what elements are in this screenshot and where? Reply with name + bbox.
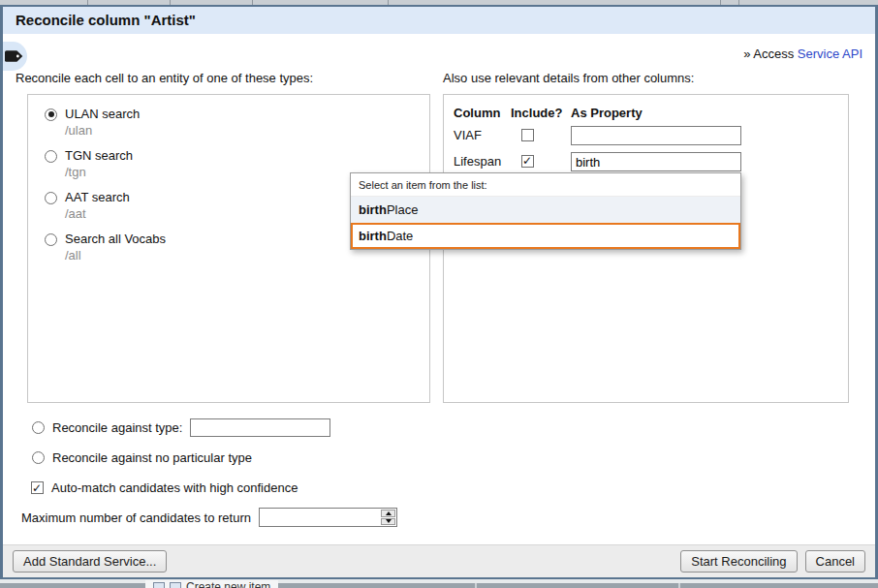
lifespan-include-checkbox[interactable] (521, 155, 534, 168)
service-path: /ulan (65, 123, 429, 139)
reconcile-dialog: Reconcile column "Artist" » Access Servi… (0, 5, 878, 579)
spinner-up-button[interactable] (381, 510, 395, 517)
auto-match-row: Auto-match candidates with high confiden… (31, 480, 298, 496)
suggest-item-bold: birth (359, 229, 387, 243)
against-type-label: Reconcile against type: (52, 419, 182, 436)
cancel-button[interactable]: Cancel (805, 550, 865, 573)
spinner-down-button[interactable] (381, 518, 395, 526)
suggest-item-birthdate[interactable]: birthDate (351, 223, 740, 249)
no-particular-type-row: Reconcile against no particular type (32, 449, 252, 466)
up-arrow-icon (386, 511, 392, 515)
reconcile-against-type-row: Reconcile against type: (32, 418, 330, 437)
radio-tgn[interactable] (45, 150, 57, 163)
against-type-input[interactable] (190, 418, 330, 437)
bg-partial-text: Create new item (186, 580, 270, 588)
radio-ulan[interactable] (45, 108, 57, 121)
max-candidates-spinner (259, 508, 397, 527)
service-label: Search all Vocabs (65, 232, 166, 247)
lifespan-property-input[interactable] (571, 152, 741, 171)
auto-match-checkbox[interactable] (31, 481, 44, 494)
down-arrow-icon (386, 519, 392, 523)
auto-match-label: Auto-match candidates with high confiden… (51, 480, 298, 496)
reconcile-types-label: Reconcile each cell to an entity of one … (16, 71, 313, 85)
row-viaf-label: VIAF (454, 126, 482, 145)
max-candidates-row: Maximum number of candidates to return (21, 508, 397, 527)
no-particular-type-label: Reconcile against no particular type (52, 449, 252, 466)
suggest-item-rest: Date (387, 229, 413, 243)
radio-no-particular-type[interactable] (32, 451, 45, 464)
column-tag-pill (3, 42, 27, 71)
property-suggest-dropdown: Select an item from the list: birthPlace… (350, 172, 741, 250)
service-label: TGN search (65, 148, 133, 164)
dialog-body: » Access Service API Reconcile each cell… (3, 34, 875, 544)
max-candidates-label: Maximum number of candidates to return (21, 510, 251, 526)
suggest-item-rest: Place (387, 202, 419, 217)
bg-band-divider (678, 583, 680, 588)
add-standard-service-button[interactable]: Add Standard Service... (13, 550, 167, 573)
radio-against-type[interactable] (32, 421, 45, 434)
bg-table-band (0, 583, 878, 588)
dialog-footer: Add Standard Service... Start Reconcilin… (3, 544, 875, 577)
start-reconciling-button[interactable]: Start Reconciling (680, 550, 797, 573)
service-api-link[interactable]: Service API (798, 46, 862, 61)
suggest-item-birthplace[interactable]: birthPlace (351, 197, 740, 223)
radio-aat[interactable] (45, 192, 57, 204)
footer-right-buttons: Start Reconciling Cancel (680, 550, 865, 573)
other-columns-label: Also use relevant details from other col… (443, 71, 694, 85)
suggest-header: Select an item from the list: (351, 173, 740, 197)
service-option-ulan[interactable]: ULAN search /ulan (45, 107, 429, 139)
row-lifespan-label: Lifespan (454, 152, 501, 171)
bg-create-new-item-row: Create new item (145, 580, 278, 588)
header-as-property: As Property (571, 106, 643, 120)
bg-mini-icon (170, 582, 181, 588)
max-candidates-input[interactable] (259, 508, 397, 527)
access-prefix: » Access (743, 46, 798, 61)
bg-band-divider (475, 583, 477, 588)
service-label: AAT search (65, 190, 130, 205)
header-column: Column (454, 106, 500, 120)
service-label: ULAN search (65, 107, 140, 122)
bg-mini-icon (153, 582, 165, 588)
suggest-item-bold: birth (359, 202, 387, 217)
service-path: /all (65, 248, 429, 263)
dialog-title: Reconcile column "Artist" (3, 7, 875, 34)
background-page-bottom: Create new item (0, 579, 878, 588)
access-service-api: » Access Service API (743, 46, 862, 61)
viaf-include-checkbox[interactable] (521, 129, 534, 141)
screen: Reconcile column "Artist" » Access Servi… (0, 0, 878, 588)
viaf-property-input[interactable] (571, 126, 741, 145)
radio-all-vocabs[interactable] (45, 233, 57, 246)
header-include: Include? (511, 106, 562, 120)
